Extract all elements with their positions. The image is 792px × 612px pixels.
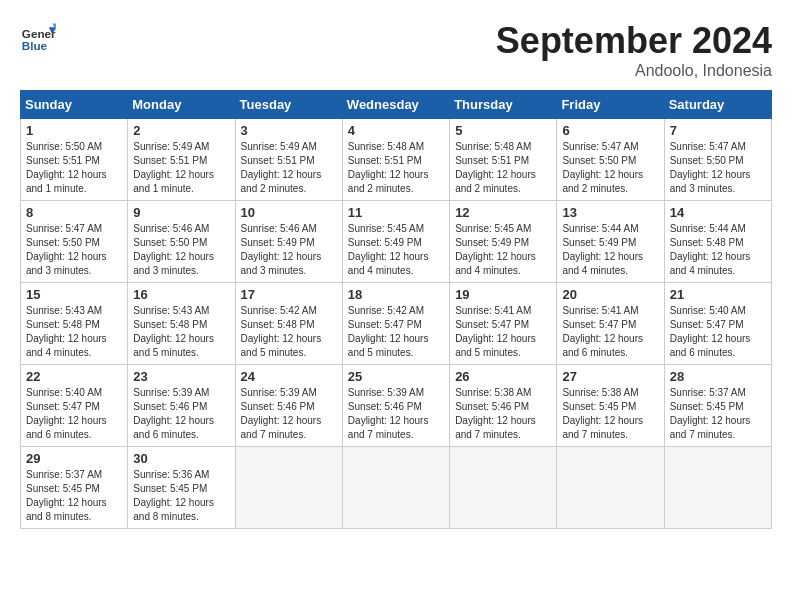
page-header: General Blue September 2024 Andoolo, Ind… (20, 20, 772, 80)
day-cell: 2Sunrise: 5:49 AM Sunset: 5:51 PM Daylig… (128, 119, 235, 201)
day-number: 19 (455, 287, 551, 302)
day-cell: 23Sunrise: 5:39 AM Sunset: 5:46 PM Dayli… (128, 365, 235, 447)
day-cell (557, 447, 664, 529)
day-info: Sunrise: 5:47 AM Sunset: 5:50 PM Dayligh… (670, 140, 766, 196)
day-number: 23 (133, 369, 229, 384)
month-title: September 2024 (496, 20, 772, 62)
day-info: Sunrise: 5:46 AM Sunset: 5:49 PM Dayligh… (241, 222, 337, 278)
day-cell (664, 447, 771, 529)
day-info: Sunrise: 5:48 AM Sunset: 5:51 PM Dayligh… (348, 140, 444, 196)
day-info: Sunrise: 5:48 AM Sunset: 5:51 PM Dayligh… (455, 140, 551, 196)
day-info: Sunrise: 5:39 AM Sunset: 5:46 PM Dayligh… (241, 386, 337, 442)
weekday-friday: Friday (557, 91, 664, 119)
day-number: 21 (670, 287, 766, 302)
day-info: Sunrise: 5:44 AM Sunset: 5:49 PM Dayligh… (562, 222, 658, 278)
day-info: Sunrise: 5:43 AM Sunset: 5:48 PM Dayligh… (26, 304, 122, 360)
day-cell: 26Sunrise: 5:38 AM Sunset: 5:46 PM Dayli… (450, 365, 557, 447)
weekday-sunday: Sunday (21, 91, 128, 119)
day-number: 18 (348, 287, 444, 302)
svg-text:Blue: Blue (22, 39, 48, 52)
week-row-3: 15Sunrise: 5:43 AM Sunset: 5:48 PM Dayli… (21, 283, 772, 365)
day-number: 26 (455, 369, 551, 384)
day-cell: 16Sunrise: 5:43 AM Sunset: 5:48 PM Dayli… (128, 283, 235, 365)
day-cell: 19Sunrise: 5:41 AM Sunset: 5:47 PM Dayli… (450, 283, 557, 365)
day-number: 22 (26, 369, 122, 384)
day-number: 6 (562, 123, 658, 138)
day-number: 7 (670, 123, 766, 138)
day-cell: 17Sunrise: 5:42 AM Sunset: 5:48 PM Dayli… (235, 283, 342, 365)
day-cell: 15Sunrise: 5:43 AM Sunset: 5:48 PM Dayli… (21, 283, 128, 365)
day-cell: 11Sunrise: 5:45 AM Sunset: 5:49 PM Dayli… (342, 201, 449, 283)
day-info: Sunrise: 5:47 AM Sunset: 5:50 PM Dayligh… (26, 222, 122, 278)
day-info: Sunrise: 5:36 AM Sunset: 5:45 PM Dayligh… (133, 468, 229, 524)
day-cell: 21Sunrise: 5:40 AM Sunset: 5:47 PM Dayli… (664, 283, 771, 365)
weekday-header-row: SundayMondayTuesdayWednesdayThursdayFrid… (21, 91, 772, 119)
weekday-tuesday: Tuesday (235, 91, 342, 119)
day-number: 13 (562, 205, 658, 220)
day-number: 3 (241, 123, 337, 138)
calendar-body: 1Sunrise: 5:50 AM Sunset: 5:51 PM Daylig… (21, 119, 772, 529)
day-cell: 25Sunrise: 5:39 AM Sunset: 5:46 PM Dayli… (342, 365, 449, 447)
day-cell: 24Sunrise: 5:39 AM Sunset: 5:46 PM Dayli… (235, 365, 342, 447)
day-info: Sunrise: 5:38 AM Sunset: 5:45 PM Dayligh… (562, 386, 658, 442)
day-number: 9 (133, 205, 229, 220)
day-cell: 13Sunrise: 5:44 AM Sunset: 5:49 PM Dayli… (557, 201, 664, 283)
day-number: 14 (670, 205, 766, 220)
logo: General Blue (20, 20, 56, 56)
day-cell: 1Sunrise: 5:50 AM Sunset: 5:51 PM Daylig… (21, 119, 128, 201)
day-cell: 12Sunrise: 5:45 AM Sunset: 5:49 PM Dayli… (450, 201, 557, 283)
week-row-4: 22Sunrise: 5:40 AM Sunset: 5:47 PM Dayli… (21, 365, 772, 447)
day-number: 12 (455, 205, 551, 220)
day-info: Sunrise: 5:44 AM Sunset: 5:48 PM Dayligh… (670, 222, 766, 278)
day-cell: 29Sunrise: 5:37 AM Sunset: 5:45 PM Dayli… (21, 447, 128, 529)
weekday-thursday: Thursday (450, 91, 557, 119)
day-info: Sunrise: 5:45 AM Sunset: 5:49 PM Dayligh… (348, 222, 444, 278)
day-cell (450, 447, 557, 529)
day-number: 15 (26, 287, 122, 302)
day-cell: 6Sunrise: 5:47 AM Sunset: 5:50 PM Daylig… (557, 119, 664, 201)
day-info: Sunrise: 5:43 AM Sunset: 5:48 PM Dayligh… (133, 304, 229, 360)
day-info: Sunrise: 5:40 AM Sunset: 5:47 PM Dayligh… (670, 304, 766, 360)
day-info: Sunrise: 5:50 AM Sunset: 5:51 PM Dayligh… (26, 140, 122, 196)
weekday-monday: Monday (128, 91, 235, 119)
logo-icon: General Blue (20, 20, 56, 56)
week-row-5: 29Sunrise: 5:37 AM Sunset: 5:45 PM Dayli… (21, 447, 772, 529)
calendar-table: SundayMondayTuesdayWednesdayThursdayFrid… (20, 90, 772, 529)
weekday-wednesday: Wednesday (342, 91, 449, 119)
day-cell: 14Sunrise: 5:44 AM Sunset: 5:48 PM Dayli… (664, 201, 771, 283)
day-number: 17 (241, 287, 337, 302)
day-info: Sunrise: 5:42 AM Sunset: 5:48 PM Dayligh… (241, 304, 337, 360)
location-title: Andoolo, Indonesia (496, 62, 772, 80)
day-number: 11 (348, 205, 444, 220)
day-number: 24 (241, 369, 337, 384)
day-info: Sunrise: 5:42 AM Sunset: 5:47 PM Dayligh… (348, 304, 444, 360)
day-info: Sunrise: 5:39 AM Sunset: 5:46 PM Dayligh… (133, 386, 229, 442)
day-number: 29 (26, 451, 122, 466)
day-info: Sunrise: 5:47 AM Sunset: 5:50 PM Dayligh… (562, 140, 658, 196)
day-info: Sunrise: 5:38 AM Sunset: 5:46 PM Dayligh… (455, 386, 551, 442)
day-number: 2 (133, 123, 229, 138)
day-cell: 8Sunrise: 5:47 AM Sunset: 5:50 PM Daylig… (21, 201, 128, 283)
day-info: Sunrise: 5:37 AM Sunset: 5:45 PM Dayligh… (670, 386, 766, 442)
day-number: 10 (241, 205, 337, 220)
week-row-2: 8Sunrise: 5:47 AM Sunset: 5:50 PM Daylig… (21, 201, 772, 283)
day-cell: 4Sunrise: 5:48 AM Sunset: 5:51 PM Daylig… (342, 119, 449, 201)
day-info: Sunrise: 5:45 AM Sunset: 5:49 PM Dayligh… (455, 222, 551, 278)
day-cell: 9Sunrise: 5:46 AM Sunset: 5:50 PM Daylig… (128, 201, 235, 283)
day-info: Sunrise: 5:37 AM Sunset: 5:45 PM Dayligh… (26, 468, 122, 524)
title-area: September 2024 Andoolo, Indonesia (496, 20, 772, 80)
day-cell: 7Sunrise: 5:47 AM Sunset: 5:50 PM Daylig… (664, 119, 771, 201)
day-cell: 20Sunrise: 5:41 AM Sunset: 5:47 PM Dayli… (557, 283, 664, 365)
week-row-1: 1Sunrise: 5:50 AM Sunset: 5:51 PM Daylig… (21, 119, 772, 201)
day-number: 27 (562, 369, 658, 384)
day-number: 1 (26, 123, 122, 138)
day-cell (235, 447, 342, 529)
day-number: 4 (348, 123, 444, 138)
day-info: Sunrise: 5:49 AM Sunset: 5:51 PM Dayligh… (241, 140, 337, 196)
day-info: Sunrise: 5:40 AM Sunset: 5:47 PM Dayligh… (26, 386, 122, 442)
day-cell: 18Sunrise: 5:42 AM Sunset: 5:47 PM Dayli… (342, 283, 449, 365)
day-cell: 10Sunrise: 5:46 AM Sunset: 5:49 PM Dayli… (235, 201, 342, 283)
day-info: Sunrise: 5:41 AM Sunset: 5:47 PM Dayligh… (455, 304, 551, 360)
day-number: 8 (26, 205, 122, 220)
day-number: 30 (133, 451, 229, 466)
